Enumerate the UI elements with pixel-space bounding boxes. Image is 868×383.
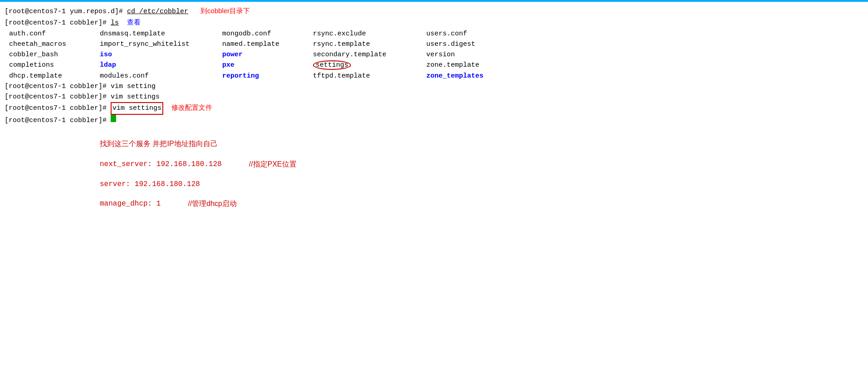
config-manage-dhcp-comment: //管理dhcp启动 xyxy=(188,199,237,209)
terminal-line-3: [root@centos7-1 cobbler]# vim setting xyxy=(5,81,863,92)
terminal-line-1: [root@centos7-1 yum.repos.d]# cd /etc/co… xyxy=(5,5,863,17)
prompt-1: [root@centos7-1 yum.repos.d]# xyxy=(5,6,127,17)
terminal-section: [root@centos7-1 yum.repos.d]# cd /etc/co… xyxy=(0,2,868,126)
file-zone-templates: zone_templates xyxy=(426,71,526,81)
file-rsync-template: rsync.template xyxy=(313,39,426,49)
config-manage-dhcp-value: manage_dhcp: 1 xyxy=(100,200,161,208)
file-settings: settings xyxy=(313,60,426,70)
file-iso: iso xyxy=(100,49,222,60)
file-import-rsync: import_rsync_whitelist xyxy=(100,39,222,49)
file-cheetah: cheetah_macros xyxy=(9,39,100,49)
config-next-server-comment: //指定PXE位置 xyxy=(249,160,297,169)
file-reporting: reporting xyxy=(222,71,313,81)
annotation-modify-config: 修改配置文件 xyxy=(171,102,212,113)
file-named: named.template xyxy=(222,39,313,49)
cmd-vim-settings-boxed: vim settings xyxy=(111,102,163,114)
terminal-line-5: [root@centos7-1 cobbler]# vim settings 修… xyxy=(5,102,863,114)
file-modules: modules.conf xyxy=(100,71,222,81)
annotation-ls: 查看 xyxy=(127,17,141,27)
prompt-4: [root@centos7-1 cobbler]# xyxy=(5,92,111,102)
file-tftpd: tftpd.template xyxy=(313,71,426,81)
settings-circled: settings xyxy=(313,60,351,70)
file-power: power xyxy=(222,49,313,60)
config-server-value: server: 192.168.180.128 xyxy=(100,180,200,188)
config-manage-dhcp: manage_dhcp: 1 //管理dhcp启动 xyxy=(100,199,768,209)
annotation-cobbler-dir: 到cobbler目录下 xyxy=(200,5,250,16)
file-dhcp-template: dhcp.template xyxy=(9,71,100,81)
file-auth-conf: auth.conf xyxy=(9,29,100,39)
prompt-5: [root@centos7-1 cobbler]# xyxy=(5,103,111,113)
cmd-vim-settings-plain: vim settings xyxy=(111,92,160,102)
annotation-title: 找到这三个服务 并把IP地址指向自己 xyxy=(100,139,768,149)
file-users-digest: users.digest xyxy=(426,39,526,49)
file-listing: auth.conf dnsmasq.template mongodb.conf … xyxy=(5,29,863,81)
prompt-3: [root@centos7-1 cobbler]# xyxy=(5,81,111,92)
file-dnsmasq: dnsmasq.template xyxy=(100,29,222,39)
file-zone-template: zone.template xyxy=(426,60,526,70)
file-completions: completions xyxy=(9,60,100,70)
file-ldap: ldap xyxy=(100,60,222,70)
config-server: server: 192.168.180.128 xyxy=(100,180,768,188)
file-mongodb: mongodb.conf xyxy=(222,29,313,39)
terminal-line-6: [root@centos7-1 cobbler]# xyxy=(5,115,863,126)
file-cobbler-bash: cobbler_bash xyxy=(9,49,100,60)
terminal-line-2: [root@centos7-1 cobbler]# ls 查看 xyxy=(5,17,863,28)
file-version: version xyxy=(426,49,526,60)
cmd-cd: cd /etc/cobbler xyxy=(127,6,188,17)
prompt-2: [root@centos7-1 cobbler]# xyxy=(5,18,111,28)
file-pxe: pxe xyxy=(222,60,313,70)
cmd-ls: ls xyxy=(111,18,119,28)
terminal-cursor xyxy=(111,115,116,122)
config-next-server: next_server: 192.168.180.128 //指定PXE位置 xyxy=(100,160,768,169)
prompt-6: [root@centos7-1 cobbler]# xyxy=(5,115,111,126)
cmd-vim-setting: vim setting xyxy=(111,81,156,92)
annotation-section: 找到这三个服务 并把IP地址指向自己 next_server: 192.168.… xyxy=(0,126,868,233)
file-rsync-exclude: rsync.exclude xyxy=(313,29,426,39)
file-users-conf: users.conf xyxy=(426,29,526,39)
terminal-line-4: [root@centos7-1 cobbler]# vim settings xyxy=(5,92,863,102)
config-next-server-value: next_server: 192.168.180.128 xyxy=(100,160,222,168)
file-secondary: secondary.template xyxy=(313,49,426,60)
